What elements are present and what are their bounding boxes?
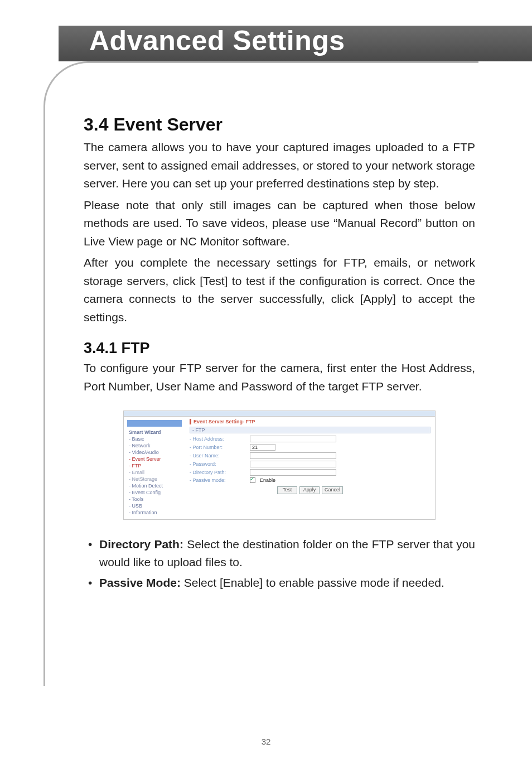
settings-body: Event Server Setting- FTP - FTP - Host A… [185, 417, 435, 519]
bullet-rest-2: Select [Enable] to enable passive mode i… [181, 576, 444, 589]
page: Advanced Settings 3.4 Event Server The c… [0, 0, 532, 763]
section-heading: 3.4 Event Server [84, 114, 475, 135]
section-paragraph-1: The camera allows you to have your captu… [84, 138, 475, 193]
sidebar-item-tools[interactable]: - Tools [127, 496, 182, 503]
apply-button[interactable]: Apply [299, 486, 320, 494]
input-user[interactable] [250, 452, 336, 459]
sidebar-item-video-audio[interactable]: - Video/Audio [127, 449, 182, 456]
banner-title: Advanced Settings [89, 25, 345, 57]
label-dir: - Directory Path: [190, 470, 245, 475]
row-passive: - Passive mode: Enable [190, 477, 431, 483]
sidebar-item-information[interactable]: - Information [127, 509, 182, 516]
page-number: 32 [0, 737, 532, 746]
row-host: - Host Address: [190, 436, 431, 442]
label-enable: Enable [260, 477, 275, 483]
sidebar-item-smart-wizard[interactable]: Smart Wizard [127, 429, 182, 436]
sidebar-item-usb[interactable]: - USB [127, 503, 182, 509]
settings-main: Smart Wizard - Basic - Network - Video/A… [124, 417, 435, 519]
label-passive: - Passive mode: [190, 477, 245, 483]
sidebar-item-basic[interactable]: - Basic [127, 436, 182, 442]
sidebar-item-motion-detect[interactable]: - Motion Detect [127, 482, 182, 489]
sidebar-item-event-config[interactable]: - Event Config [127, 489, 182, 496]
sidebar-item-email[interactable]: - Email [127, 469, 182, 476]
label-pass: - Password: [190, 461, 245, 467]
label-user: - User Name: [190, 453, 245, 458]
settings-panel: Smart Wizard - Basic - Network - Video/A… [123, 411, 436, 520]
cancel-button[interactable]: Cancel [322, 486, 343, 494]
bullet-lead-2: Passive Mode: [99, 576, 181, 589]
settings-sidebar: Smart Wizard - Basic - Network - Video/A… [124, 417, 185, 519]
embedded-screenshot: Smart Wizard - Basic - Network - Video/A… [123, 411, 436, 520]
row-user: - User Name: [190, 452, 431, 459]
settings-subbar: - FTP [190, 427, 431, 433]
settings-title: Event Server Setting- FTP [190, 419, 431, 424]
label-host: - Host Address: [190, 436, 245, 442]
row-port: - Port Number: 21 [190, 444, 431, 451]
section-paragraph-2: Please note that only still images can b… [84, 196, 475, 251]
bullet-list: Directory Path: Select the destination f… [84, 535, 475, 592]
button-row: Test Apply Cancel [190, 486, 431, 494]
subsection-heading: 3.4.1 FTP [84, 340, 475, 357]
content: 3.4 Event Server The camera allows you t… [84, 114, 475, 594]
input-port[interactable]: 21 [250, 444, 275, 451]
sidebar-item-ftp[interactable]: - FTP [127, 462, 182, 469]
bullet-passive-mode: Passive Mode: Select [Enable] to enable … [84, 574, 475, 592]
bullet-directory-path: Directory Path: Select the destination f… [84, 535, 475, 572]
test-button[interactable]: Test [277, 486, 297, 494]
bullet-lead-1: Directory Path: [99, 538, 183, 550]
input-pass[interactable] [250, 461, 336, 467]
sidebar-item-event-server[interactable]: - Event Server [127, 456, 182, 462]
sidebar-item-netstorage[interactable]: - NetStorage [127, 476, 182, 482]
settings-top-bar [124, 411, 435, 417]
label-port: - Port Number: [190, 445, 245, 450]
subsection-paragraph-1: To configure your FTP server for the cam… [84, 359, 475, 395]
section-paragraph-3: After you complete the necessary setting… [84, 254, 475, 326]
input-dir[interactable] [250, 469, 336, 476]
sidebar-header [127, 420, 182, 427]
row-pass: - Password: [190, 461, 431, 467]
checkbox-passive[interactable] [250, 477, 255, 483]
sidebar-item-network[interactable]: - Network [127, 442, 182, 449]
row-dir: - Directory Path: [190, 469, 431, 476]
input-host[interactable] [250, 436, 336, 442]
